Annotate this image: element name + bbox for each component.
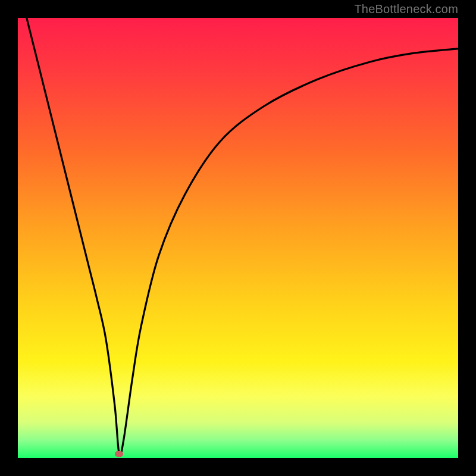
watermark-text: TheBottleneck.com: [354, 2, 458, 16]
bottleneck-curve: [18, 18, 458, 458]
plot-area: [18, 18, 458, 458]
chart-frame: TheBottleneck.com: [0, 0, 476, 476]
minimum-marker: [115, 451, 123, 457]
